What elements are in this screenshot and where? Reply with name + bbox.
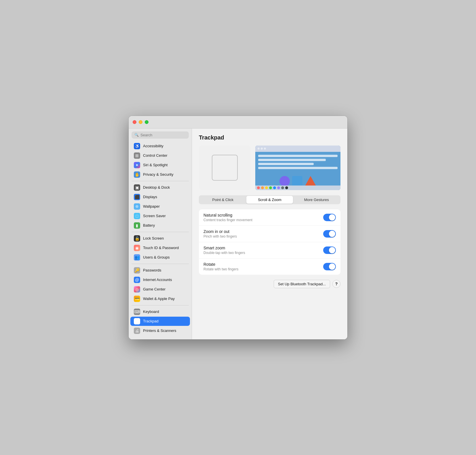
setting-desc-natural-scrolling: Content tracks finger movement (203, 218, 323, 222)
printers-icon: 🖨 (134, 328, 140, 334)
sidebar-item-battery[interactable]: ▮ Battery (130, 221, 190, 230)
sidebar-item-trackpad[interactable]: ▱ Trackpad (130, 317, 190, 326)
browser-dot-2 (261, 148, 263, 150)
battery-icon: ▮ (134, 222, 140, 229)
titlebar (129, 116, 347, 129)
sidebar-group-4: 🔑 Passwords @ Internet Accounts ◎ Game C… (129, 266, 192, 303)
toggle-zoom[interactable] (323, 230, 336, 238)
displays-icon: ⬛ (134, 194, 140, 200)
sidebar-item-passwords[interactable]: 🔑 Passwords (130, 266, 190, 275)
sidebar-group-3: 🔒 Lock Screen ◉ Touch ID & Password 👥 Us… (129, 234, 192, 262)
sidebar-label-control-center: Control Center (143, 153, 167, 158)
setting-row-natural-scrolling: Natural scrolling Content tracks finger … (199, 209, 340, 226)
sidebar-label-displays: Displays (143, 195, 157, 199)
color-dot-7 (281, 186, 284, 189)
search-box[interactable]: 🔍 (132, 131, 189, 139)
color-dot-6 (277, 186, 280, 189)
sidebar-label-trackpad: Trackpad (143, 319, 159, 323)
screen-line-2 (258, 159, 326, 161)
siri-icon: ✦ (134, 162, 140, 168)
tab-more-gestures[interactable]: More Gestures (293, 196, 340, 204)
search-icon: 🔍 (134, 133, 139, 137)
screen-graphic (255, 146, 340, 190)
system-preferences-window: 🔍 ♿ Accessibility ⊞ Control Center ✦ Sir… (129, 116, 347, 339)
screen-bottom-bar (255, 186, 340, 190)
sidebar-item-users[interactable]: 👥 Users & Groups (130, 253, 190, 262)
toggle-smart-zoom[interactable] (323, 246, 336, 254)
sidebar-item-wallpaper[interactable]: ❊ Wallpaper (130, 202, 190, 211)
sidebar-item-control-center[interactable]: ⊞ Control Center (130, 151, 190, 160)
help-button[interactable]: ? (332, 280, 340, 288)
tabs: Point & Click Scroll & Zoom More Gesture… (199, 195, 340, 204)
shape-square (292, 176, 302, 186)
trackpad-graphic (199, 146, 251, 190)
sidebar-item-displays[interactable]: ⬛ Displays (130, 192, 190, 202)
sidebar-label-accessibility: Accessibility (143, 144, 163, 148)
trackpad-illustration (199, 146, 340, 190)
keyboard-icon: ⌨ (134, 309, 140, 315)
sidebar-item-printers[interactable]: 🖨 Printers & Scanners (130, 326, 190, 335)
toggle-natural-scrolling[interactable] (323, 214, 336, 221)
sidebar-item-lockscreen[interactable]: 🔒 Lock Screen (130, 234, 190, 243)
sidebar-label-passwords: Passwords (143, 268, 161, 272)
screen-text-area (258, 155, 338, 171)
setting-info-smart-zoom: Smart zoom Double-tap with two fingers (203, 246, 323, 255)
accessibility-icon: ♿ (134, 143, 140, 149)
divider-1 (132, 181, 189, 181)
setting-info-rotate: Rotate Rotate with two fingers (203, 262, 323, 271)
close-button[interactable] (133, 120, 136, 124)
sidebar-item-internet[interactable]: @ Internet Accounts (130, 275, 190, 284)
sidebar-label-lockscreen: Lock Screen (143, 236, 164, 240)
sidebar-label-keyboard: Keyboard (143, 309, 159, 314)
sidebar-label-internet: Internet Accounts (143, 278, 172, 282)
sidebar-label-privacy: Privacy & Security (143, 172, 173, 177)
traffic-lights (133, 120, 148, 124)
sidebar: 🔍 ♿ Accessibility ⊞ Control Center ✦ Sir… (129, 129, 192, 339)
sidebar-item-desktop[interactable]: ▣ Desktop & Dock (130, 183, 190, 192)
sidebar-group-2: ▣ Desktop & Dock ⬛ Displays ❊ Wallpaper … (129, 183, 192, 230)
setting-desc-smart-zoom: Double-tap with two fingers (203, 251, 323, 255)
sidebar-item-touchid[interactable]: ◉ Touch ID & Password (130, 243, 190, 253)
sidebar-item-privacy[interactable]: ✋ Privacy & Security (130, 170, 190, 179)
sidebar-label-touchid: Touch ID & Password (143, 246, 179, 250)
color-dot-4 (269, 186, 272, 189)
tab-scroll-zoom[interactable]: Scroll & Zoom (246, 196, 293, 204)
sidebar-item-gamecenter[interactable]: ◎ Game Center (130, 285, 190, 294)
sidebar-label-users: Users & Groups (143, 255, 170, 259)
gamecenter-icon: ◎ (134, 286, 140, 292)
setting-info-zoom: Zoom in or out Pinch with two fingers (203, 229, 323, 238)
setting-label-zoom: Zoom in or out (203, 229, 323, 234)
page-title: Trackpad (199, 134, 340, 141)
setting-label-rotate: Rotate (203, 262, 323, 267)
search-input[interactable] (140, 133, 186, 137)
setting-label-natural-scrolling: Natural scrolling (203, 213, 323, 217)
toggle-rotate[interactable] (323, 263, 336, 270)
divider-2 (132, 232, 189, 232)
divider-3 (132, 264, 189, 264)
sidebar-item-wallet[interactable]: 💳 Wallet & Apple Pay (130, 294, 190, 303)
trackpad-pad (212, 155, 238, 181)
color-dot-5 (273, 186, 276, 189)
sidebar-label-desktop: Desktop & Dock (143, 185, 170, 190)
sidebar-item-siri[interactable]: ✦ Siri & Spotlight (130, 160, 190, 170)
wallet-icon: 💳 (134, 296, 140, 302)
setting-info-natural-scrolling: Natural scrolling Content tracks finger … (203, 213, 323, 222)
screen-content (255, 152, 340, 174)
color-dot-1 (257, 186, 260, 189)
privacy-icon: ✋ (134, 171, 140, 178)
sidebar-item-keyboard[interactable]: ⌨ Keyboard (130, 307, 190, 316)
maximize-button[interactable] (145, 120, 148, 124)
tab-point-click[interactable]: Point & Click (199, 196, 246, 204)
sidebar-label-battery: Battery (143, 223, 155, 228)
sidebar-group-5: ⌨ Keyboard ▱ Trackpad 🖨 Printers & Scann… (129, 307, 192, 335)
color-dot-8 (285, 186, 288, 189)
color-dot-3 (265, 186, 268, 189)
setup-bluetooth-button[interactable]: Set Up Bluetooth Trackpad... (274, 280, 330, 288)
sidebar-item-screensaver[interactable]: □ Screen Saver (130, 211, 190, 221)
setting-label-smart-zoom: Smart zoom (203, 246, 323, 250)
screen-line-3 (258, 163, 314, 165)
sidebar-label-gamecenter: Game Center (143, 287, 165, 291)
minimize-button[interactable] (139, 120, 142, 124)
divider-4 (132, 305, 189, 305)
sidebar-item-accessibility[interactable]: ♿ Accessibility (130, 142, 190, 151)
